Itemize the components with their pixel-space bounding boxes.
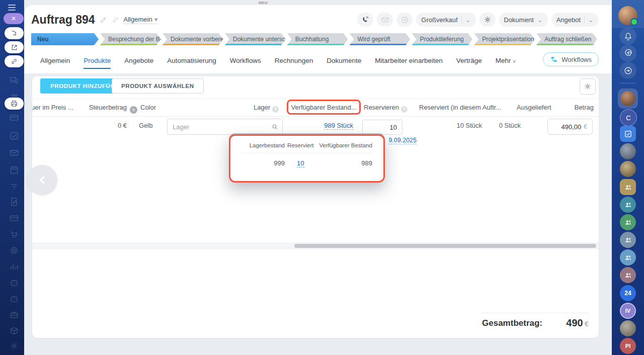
- group-chat-4[interactable]: [620, 232, 636, 248]
- document-select-label: Dokument: [504, 16, 534, 24]
- rail-chat-icon[interactable]: [9, 75, 19, 85]
- warehouse-search-input[interactable]: [167, 119, 283, 135]
- funnel-select[interactable]: Großverkauf ⌄: [416, 13, 475, 27]
- notifications-button[interactable]: [619, 28, 636, 45]
- copy-link-button[interactable]: [5, 55, 24, 67]
- recent-chat-iv[interactable]: IV: [620, 303, 636, 319]
- settings-button[interactable]: [479, 13, 496, 27]
- phone-icon: [361, 16, 370, 24]
- tab-automatisierung[interactable]: Automatisierung: [167, 57, 216, 64]
- messenger-button[interactable]: [619, 62, 636, 79]
- group-chat-6[interactable]: [620, 267, 636, 283]
- call-button[interactable]: [357, 13, 373, 27]
- help-icon[interactable]: ?: [272, 106, 279, 113]
- stage-projektpraesentation[interactable]: Projektpräsentation: [474, 33, 535, 45]
- rail-tasks-icon[interactable]: [9, 131, 19, 141]
- stage-auftrag-schliessen[interactable]: Auftrag schließen: [536, 33, 597, 45]
- chat-icon: [400, 16, 409, 24]
- tab-angebote[interactable]: Angebote: [124, 57, 153, 64]
- delivered-value: 0 Stück: [485, 122, 521, 129]
- recent-chat-user[interactable]: [618, 88, 638, 109]
- collapse-panel-button[interactable]: [27, 165, 57, 195]
- funnel-select-label: Großverkauf: [421, 16, 457, 24]
- category-select[interactable]: Allgemein ▾: [124, 16, 158, 24]
- column-available-stock: Verfügbarer Bestand...: [291, 104, 356, 111]
- warehouse-search: [167, 119, 283, 135]
- group-chat-1[interactable]: [620, 179, 636, 195]
- close-slider-button[interactable]: ✕: [4, 13, 24, 24]
- chevron-down-icon: ⌄: [465, 16, 471, 24]
- tab-produkte[interactable]: Produkte: [84, 57, 111, 64]
- open-in-new-button[interactable]: [5, 41, 24, 53]
- tab-vertraege[interactable]: Verträge: [456, 57, 482, 64]
- tab-dokumente[interactable]: Dokumente: [327, 57, 361, 64]
- amount-field[interactable]: 490,00 €: [547, 119, 593, 135]
- table-settings-button[interactable]: [580, 78, 596, 95]
- reserve-quantity-input[interactable]: [362, 120, 403, 135]
- rail-analytics-icon[interactable]: [9, 261, 19, 272]
- copilot-button[interactable]: [619, 45, 636, 62]
- tab-bar: Allgemein Produkte Angebote Automatisier…: [40, 50, 516, 70]
- column-amount: Betrag: [555, 104, 594, 111]
- help-icon[interactable]: ?: [401, 106, 408, 113]
- user-avatar[interactable]: [618, 6, 637, 25]
- total-label: Gesamtbetrag:: [482, 318, 542, 328]
- open-slider-button[interactable]: [5, 27, 24, 39]
- stage-buchhaltung[interactable]: Buchhaltung: [287, 33, 348, 45]
- stage-dokumente-vorbereiten[interactable]: Dokumente vorbereit...: [163, 33, 223, 45]
- menu-burger-icon[interactable]: [8, 5, 16, 12]
- stage-wird-geprueft[interactable]: Wird geprüft: [350, 33, 411, 45]
- users-icon: [624, 271, 632, 280]
- rail-inventory-icon[interactable]: [9, 326, 19, 336]
- bitrix24-chat[interactable]: 24: [620, 285, 636, 301]
- group-chat-3[interactable]: [620, 214, 636, 230]
- rail-calendar-icon[interactable]: [9, 165, 19, 175]
- group-chat-5[interactable]: [620, 249, 636, 265]
- tab-mehr[interactable]: Mehr∨: [496, 57, 516, 64]
- tab-workflows[interactable]: Workflows: [230, 57, 261, 64]
- rail-copilot-icon[interactable]: [9, 278, 19, 288]
- stage-neu[interactable]: Neu: [31, 33, 99, 45]
- recent-chat-tasks[interactable]: [620, 126, 636, 142]
- rail-mail-icon[interactable]: [9, 148, 19, 158]
- reserve-date-link[interactable]: 9.09.2025: [388, 137, 417, 144]
- recent-chat-c[interactable]: C: [620, 109, 637, 126]
- recent-chat-photo-2[interactable]: [620, 161, 636, 177]
- tab-allgemein[interactable]: Allgemein: [40, 57, 70, 64]
- copy-link-icon[interactable]: [112, 16, 119, 24]
- total-value: 490€: [566, 317, 589, 329]
- link-icon: [10, 57, 18, 65]
- rail-crm-funnel-icon[interactable]: [9, 182, 19, 192]
- document-select[interactable]: Dokument ⌄: [499, 13, 548, 27]
- chevron-down-icon: ▾: [154, 16, 158, 23]
- workflows-button[interactable]: Workflows: [543, 52, 599, 66]
- right-sidebar: C 24 IV PI: [612, 0, 644, 355]
- choose-product-button[interactable]: PRODUKT AUSWÄHLEN: [112, 78, 204, 94]
- available-stock-link[interactable]: 989 Stück: [324, 122, 353, 130]
- tab-rechnungen[interactable]: Rechnungen: [275, 57, 313, 64]
- stage-dokumente-unterschreiben[interactable]: Dokumente untersch...: [225, 33, 286, 45]
- horizontal-scrollbar-thumb[interactable]: [294, 244, 596, 248]
- app-screen: NEU ✕ Auftrag 894 Allgemein: [0, 0, 644, 355]
- rail-document-icon[interactable]: [9, 197, 19, 207]
- rail-shop-icon[interactable]: [9, 229, 19, 239]
- popup-reserved-link[interactable]: 10: [297, 159, 304, 167]
- rail-company-icon[interactable]: [9, 310, 19, 320]
- tab-mitarbeiter-einarbeiten[interactable]: Mitarbeiter einarbeiten: [375, 57, 442, 64]
- rail-card-icon[interactable]: [9, 113, 19, 123]
- recent-chat-pi[interactable]: PI: [620, 338, 636, 354]
- edit-title-icon[interactable]: [100, 16, 107, 24]
- recent-chat-cat[interactable]: [620, 320, 636, 336]
- rail-idcard-icon[interactable]: [9, 213, 19, 223]
- search-icon[interactable]: [271, 123, 278, 130]
- horizontal-scrollbar-track[interactable]: [32, 242, 599, 249]
- recent-chat-photo-1[interactable]: [620, 143, 636, 159]
- rail-automation-icon[interactable]: [9, 294, 19, 304]
- stage-besprechung[interactable]: Besprechung der Bes...: [100, 33, 161, 45]
- rail-settings-icon[interactable]: [9, 341, 19, 351]
- offer-select[interactable]: Angebot ⌄: [551, 13, 599, 27]
- rail-marketing-icon[interactable]: [9, 245, 19, 255]
- group-chat-2[interactable]: [620, 197, 636, 213]
- stage-produktlieferung[interactable]: Produktlieferung: [412, 33, 472, 45]
- print-button[interactable]: [5, 98, 24, 110]
